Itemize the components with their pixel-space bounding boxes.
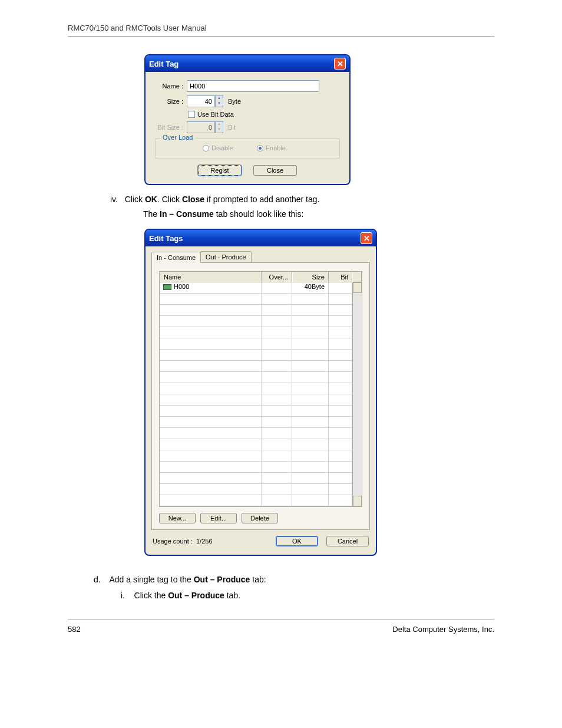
bitsize-spinner: ▲▼ — [215, 121, 223, 133]
step-iv: iv. Click OK. Click Close if prompted to… — [68, 193, 494, 206]
step-d: d. Add a single tag to the Out – Produce… — [68, 574, 494, 586]
size-spinner[interactable]: ▲▼ — [215, 95, 223, 107]
table-row[interactable] — [160, 316, 352, 327]
bitsize-unit: Bit — [228, 124, 236, 131]
disable-radio[interactable] — [203, 145, 209, 151]
tags-grid: Name Over... Size Bit H00040Byte — [159, 271, 362, 507]
table-row[interactable] — [160, 305, 352, 316]
step-iv-line2: The In – Consume tab should look like th… — [68, 208, 494, 220]
dialog-title: Edit Tag — [149, 60, 178, 68]
col-name[interactable]: Name — [160, 272, 262, 282]
overload-legend: Over Load — [160, 134, 195, 141]
name-input[interactable] — [187, 80, 319, 92]
tab-in-consume[interactable]: In - Consume — [151, 252, 201, 263]
close-icon[interactable]: ✕ — [361, 232, 372, 244]
scroll-head — [352, 272, 362, 282]
edit-button[interactable]: Edit... — [200, 513, 237, 523]
edit-tags-dialog: Edit Tags ✕ In - Consume Out - Produce N… — [144, 229, 377, 556]
table-row[interactable] — [160, 484, 352, 495]
size-label: Size : — [153, 98, 187, 105]
ok-button[interactable]: OK — [276, 536, 318, 546]
tab-out-produce[interactable]: Out - Produce — [200, 251, 251, 262]
titlebar: Edit Tag ✕ — [146, 55, 349, 72]
table-row[interactable] — [160, 439, 352, 450]
table-row[interactable] — [160, 372, 352, 383]
tag-icon — [163, 284, 171, 290]
col-size[interactable]: Size — [292, 272, 329, 282]
page-number: 582 — [68, 625, 81, 634]
bitsize-input — [187, 121, 215, 133]
use-bit-data-label: Use Bit Data — [197, 111, 234, 118]
step-i: i. Click the Out – Produce tab. — [68, 589, 494, 602]
table-row[interactable] — [160, 462, 352, 473]
cancel-button[interactable]: Cancel — [326, 536, 369, 546]
usage-label: Usage count : — [153, 538, 193, 545]
table-row[interactable] — [160, 361, 352, 372]
col-over[interactable]: Over... — [262, 272, 292, 282]
close-icon[interactable]: ✕ — [334, 58, 346, 70]
table-row[interactable] — [160, 394, 352, 406]
table-row[interactable] — [160, 417, 352, 428]
regist-button[interactable]: Regist — [198, 165, 242, 176]
table-row[interactable] — [160, 473, 352, 484]
table-row[interactable] — [160, 327, 352, 338]
table-row[interactable] — [160, 450, 352, 462]
table-row[interactable] — [160, 495, 352, 506]
enable-label: Enable — [266, 144, 286, 151]
table-row[interactable] — [160, 383, 352, 394]
enable-radio[interactable] — [257, 145, 263, 151]
scrollbar[interactable] — [352, 282, 362, 506]
page-header: RMC70/150 and RMCTools User Manual — [68, 24, 494, 37]
use-bit-data-checkbox[interactable] — [188, 111, 195, 118]
disable-label: Disable — [211, 144, 233, 151]
table-row[interactable] — [160, 350, 352, 361]
edit-tag-dialog: Edit Tag ✕ Name : Size : ▲▼ Byte Use Bit… — [144, 54, 351, 185]
bitsize-label: Bit Size : — [153, 124, 187, 131]
footer-company: Delta Computer Systems, Inc. — [392, 625, 494, 634]
overload-group: Over Load Disable Enable — [155, 138, 340, 159]
size-unit: Byte — [228, 98, 241, 105]
table-row[interactable] — [160, 428, 352, 439]
table-row[interactable] — [160, 294, 352, 305]
dialog2-title: Edit Tags — [149, 234, 183, 243]
table-row[interactable] — [160, 406, 352, 417]
delete-button[interactable]: Delete — [242, 513, 278, 523]
titlebar2: Edit Tags ✕ — [146, 230, 376, 246]
col-bit[interactable]: Bit — [329, 272, 352, 282]
name-label: Name : — [153, 83, 187, 90]
table-row[interactable]: H00040Byte — [160, 282, 352, 294]
usage-value: 1/256 — [196, 538, 213, 545]
table-row[interactable] — [160, 338, 352, 350]
close-button[interactable]: Close — [253, 165, 297, 176]
size-input[interactable] — [187, 95, 215, 107]
new-button[interactable]: New... — [159, 513, 196, 523]
